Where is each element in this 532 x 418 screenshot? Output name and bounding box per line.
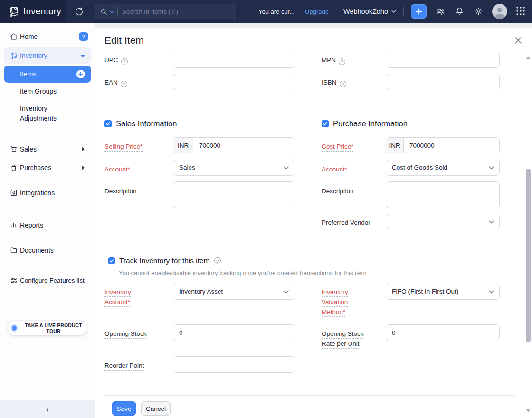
page-background-strip [95, 23, 532, 28]
sidebar-collapse-button[interactable]: ‹ [0, 400, 95, 418]
selling-price-input[interactable] [193, 138, 294, 153]
apps-grid-icon[interactable] [515, 6, 526, 17]
search-box[interactable] [95, 4, 236, 19]
valuation-method-label: Inventory Valuation Method* [322, 287, 360, 317]
sidebar: Home 2 Inventory Items Item Groups Inven… [0, 23, 95, 400]
notifications-bell-icon[interactable] [454, 6, 465, 17]
inventory-account-select[interactable]: Inventory Asset [173, 284, 294, 300]
mpn-label: MPN? [322, 55, 345, 65]
users-icon[interactable] [435, 6, 446, 17]
purchase-information-checkbox[interactable] [322, 120, 329, 127]
org-switcher[interactable]: WebhookZoho [343, 8, 396, 15]
close-icon[interactable] [513, 36, 523, 46]
tour-dot-icon [12, 325, 17, 331]
scroll-up-arrow-icon[interactable] [526, 56, 530, 59]
sidebar-item-integrations[interactable]: Integrations [0, 186, 95, 200]
sidebar-item-configure-features[interactable]: Configure Features list [0, 274, 95, 287]
cancel-button[interactable]: Cancel [141, 401, 171, 416]
currency-prefix: INR [386, 138, 404, 153]
chevron-down-icon [80, 55, 85, 57]
track-inventory-hint: You cannot enable/disable inventory trac… [119, 269, 367, 276]
upc-label: UPC? [104, 55, 128, 65]
track-inventory-checkbox[interactable] [108, 257, 115, 264]
product-tour-button[interactable]: TAKE A LIVE PRODUCT TOUR [8, 321, 87, 335]
inventory-account-label: Inventory Account* [104, 287, 152, 307]
sales-account-select[interactable]: Sales [173, 160, 294, 176]
sidebar-item-home[interactable]: Home 2 [0, 29, 95, 44]
help-icon[interactable]: ? [121, 58, 128, 65]
cost-price-label: Cost Price* [322, 142, 354, 152]
upc-input[interactable] [173, 51, 294, 68]
page-title: Edit Item [104, 35, 144, 46]
user-avatar[interactable] [492, 4, 507, 19]
reorder-point-label: Reorder Point [104, 361, 144, 370]
valuation-method-select[interactable]: FIFO (First In First Out) [386, 284, 500, 300]
app-logo[interactable]: Inventory [0, 0, 66, 23]
scroll-down-arrow-icon[interactable] [526, 409, 530, 412]
upgrade-link[interactable]: Upgrade [305, 8, 329, 15]
refresh-icon[interactable] [74, 7, 84, 17]
inventory-icon [10, 51, 18, 60]
selling-price-label: Selling Price* [104, 142, 142, 152]
help-icon[interactable]: ? [214, 257, 221, 264]
search-divider [117, 7, 118, 16]
opening-stock-input[interactable] [173, 324, 294, 341]
sidebar-item-purchases[interactable]: Purchases [0, 161, 95, 174]
purchase-information-header: Purchase Information [322, 119, 408, 128]
sales-information-checkbox[interactable] [104, 120, 112, 127]
modal-scrollbar[interactable] [525, 52, 531, 418]
opening-stock-rate-label: Opening Stock Rate per Unit [322, 329, 375, 349]
sales-description-textarea[interactable] [173, 181, 294, 208]
opening-stock-rate-input[interactable] [386, 324, 500, 341]
folder-icon [10, 246, 18, 255]
settings-gear-icon[interactable] [473, 6, 484, 17]
sidebar-item-reports[interactable]: Reports [0, 218, 95, 232]
scrollbar-thumb[interactable] [526, 169, 531, 342]
save-button[interactable]: Save [112, 401, 136, 416]
purchase-account-select[interactable]: Cost of Goods Sold [386, 160, 500, 176]
sidebar-item-inventory-adjustments[interactable]: Inventory Adjustments [0, 103, 95, 124]
add-item-icon[interactable] [76, 70, 85, 78]
search-scope-chevron-icon[interactable] [110, 10, 114, 13]
footer-divider [104, 395, 515, 396]
sidebar-item-inventory[interactable]: Inventory [4, 48, 91, 64]
sidebar-item-sales[interactable]: Sales [0, 142, 95, 156]
edit-item-panel: Edit Item UPC? MPN? EAN? ISBN? Sale [95, 23, 532, 418]
reorder-point-input[interactable] [173, 356, 294, 373]
cart-icon [10, 145, 18, 153]
isbn-input[interactable] [386, 74, 500, 90]
cost-price-input[interactable] [404, 138, 499, 153]
bar-chart-icon [10, 221, 18, 229]
trial-status-text: You are cur... [258, 8, 294, 15]
ean-label: EAN? [104, 77, 127, 87]
search-icon [100, 8, 108, 16]
sidebar-item-documents[interactable]: Documents [0, 244, 95, 257]
ean-input[interactable] [173, 74, 294, 90]
bag-icon [10, 163, 18, 172]
topbar-divider [403, 7, 404, 16]
topbar-divider [336, 7, 336, 16]
currency-prefix: INR [173, 138, 193, 153]
help-icon[interactable]: ? [340, 81, 346, 87]
sidebar-item-item-groups[interactable]: Item Groups [0, 85, 95, 97]
quick-create-button[interactable] [411, 4, 427, 19]
sales-description-label: Description [104, 186, 137, 196]
topbar: Inventory You are cur... Upgrade Webhook… [0, 0, 532, 23]
isbn-label: ISBN? [322, 77, 346, 87]
features-toggle-icon [10, 276, 18, 285]
purchase-description-textarea[interactable] [386, 181, 500, 208]
purchase-description-label: Description [322, 186, 354, 196]
cost-price-field: INR [386, 137, 500, 153]
chevron-down-icon [489, 166, 494, 170]
mpn-input[interactable] [386, 51, 500, 68]
preferred-vendor-select[interactable] [386, 214, 500, 229]
help-icon[interactable]: ? [121, 81, 127, 87]
sidebar-item-items[interactable]: Items [4, 66, 91, 83]
chevron-down-icon [391, 10, 396, 13]
search-input[interactable] [122, 8, 231, 15]
help-icon[interactable]: ? [339, 58, 345, 65]
chevron-right-icon [82, 165, 85, 170]
section-divider [104, 103, 500, 103]
home-icon [10, 32, 18, 41]
home-notification-badge: 2 [79, 32, 88, 41]
